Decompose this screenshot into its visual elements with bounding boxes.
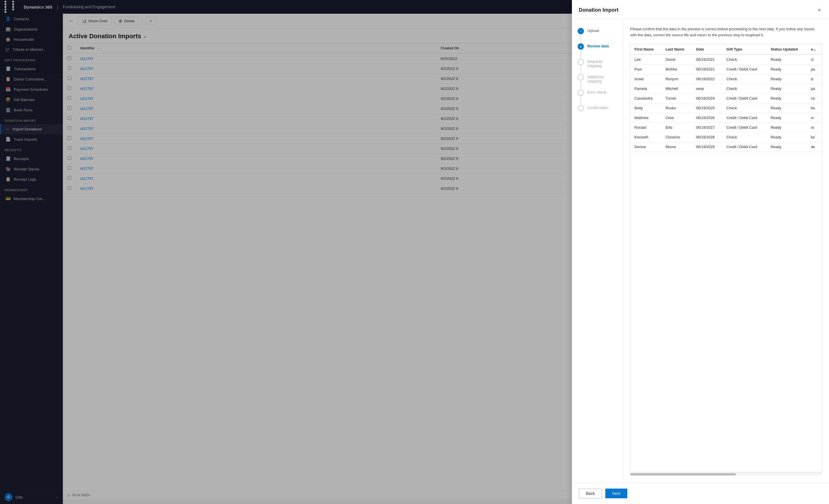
modal-table-row: PamBethke06/19/2021Credit / Debit CardRe…	[630, 64, 822, 74]
modal-col-first-name: First Name	[630, 44, 661, 54]
modal-col-date: Date	[692, 44, 722, 54]
step-circle-additional-mapping[interactable]	[578, 74, 584, 80]
modal-cell: Ronald	[630, 122, 661, 132]
modal-cell: Ready	[767, 142, 807, 152]
modal-cell: weqr	[692, 84, 722, 93]
modal-col-status-updated: Status Updated	[767, 44, 807, 54]
modal-cell: Credit / Debit Card	[722, 64, 767, 74]
modal-col-last-name: Last Name	[661, 44, 692, 54]
modal-cell: Check	[722, 74, 767, 84]
modal-footer: Back Next	[572, 482, 829, 504]
modal-cell: Runyon	[661, 74, 692, 84]
modal-cell: Check	[722, 84, 767, 93]
wizard-step-upload: ✓Upload	[578, 28, 617, 43]
modal-table-row: LeeDome06/19/2021CheckReadycl	[630, 54, 822, 65]
step-label-error-check: Error check	[587, 90, 606, 94]
modal-header: Donation Import ×	[572, 0, 829, 20]
modal-cell: Ready	[767, 54, 807, 65]
next-button-modal[interactable]: Next	[605, 489, 627, 498]
wizard-step-review-data: ●Review data	[578, 43, 617, 59]
modal-cell: Ellis	[661, 122, 692, 132]
wizard-step-required-mapping: Required mapping	[578, 59, 617, 74]
back-button-modal[interactable]: Back	[579, 489, 602, 498]
modal-cell: 06/19/2026	[692, 113, 722, 122]
step-circle-error-check[interactable]	[578, 90, 584, 96]
modal-cell: Check	[722, 132, 767, 142]
modal-cell: Clow	[661, 113, 692, 122]
modal-table-row: DeniseMoore06/19/2029Credit / Debit Card…	[630, 142, 822, 152]
step-circle-upload[interactable]: ✓	[578, 28, 584, 34]
modal-cell: Kenneth	[630, 132, 661, 142]
modal-cell: 06/19/2029	[692, 142, 722, 152]
modal-cell: Check	[722, 103, 767, 113]
modal-title: Donation Import	[579, 7, 618, 13]
modal-cell: Ready	[767, 84, 807, 93]
step-label-review-data: Review data	[587, 43, 609, 48]
wizard-step-confirmation: Confirmation	[578, 105, 617, 111]
step-line	[580, 35, 581, 43]
step-circle-review-data[interactable]: ●	[578, 43, 584, 50]
modal-cell: Matthew	[630, 113, 661, 122]
step-label-confirmation: Confirmation	[587, 105, 609, 110]
wizard-step-error-check: Error check	[578, 90, 617, 105]
scrollbar-thumb[interactable]	[630, 473, 736, 475]
step-label-additional-mapping: Additional mapping	[587, 74, 617, 83]
modal-cell: Ready	[767, 74, 807, 84]
modal-cell: 06/19/2027	[692, 122, 722, 132]
step-line	[580, 50, 581, 58]
modal-cell: Pam	[630, 64, 661, 74]
modal-cell: Moore	[661, 142, 692, 152]
step-label-required-mapping: Required mapping	[587, 59, 617, 68]
modal-cell: 06/19/2028	[692, 132, 722, 142]
modal-cell: cl	[807, 54, 822, 65]
modal-cell: m	[807, 113, 822, 122]
modal-cell: Bethke	[661, 64, 692, 74]
modal-cell: Rusko	[661, 103, 692, 113]
modal-cell: Ready	[767, 93, 807, 103]
preview-data-table-wrapper[interactable]: First NameLast NameDateGift TypeStatus U…	[630, 44, 822, 472]
modal-body: ✓Upload●Review dataRequired mappingAddit…	[572, 20, 829, 482]
modal-cell: 06/19/2022	[692, 74, 722, 84]
modal-cell: Dome	[661, 54, 692, 65]
modal-cell: pa	[807, 84, 822, 93]
modal-table-row: CassandraTurner06/19/2024Credit / Debit …	[630, 93, 822, 103]
modal-table-row: KennethCisneros06/19/2028CheckReadyke	[630, 132, 822, 142]
modal-cell: Ready	[767, 122, 807, 132]
wizard-step-additional-mapping: Additional mapping	[578, 74, 617, 90]
modal-cell: Cassandra	[630, 93, 661, 103]
modal-cell: Ready	[767, 103, 807, 113]
modal-table-row: IsraelRunyon06/19/2022CheckReadyis	[630, 74, 822, 84]
modal-cell: be	[807, 103, 822, 113]
preview-data-table: First NameLast NameDateGift TypeStatus U…	[630, 44, 822, 152]
step-line	[580, 81, 581, 89]
modal-description: Please confirm that the data in the prev…	[630, 26, 822, 38]
modal-overlay: Donation Import × ✓Upload●Review dataReq…	[0, 0, 829, 504]
modal-cell: ro	[807, 122, 822, 132]
modal-cell: ca	[807, 93, 822, 103]
step-circle-required-mapping[interactable]	[578, 59, 584, 65]
modal-table-row: RonaldEllis06/19/2027Credit / Debit Card…	[630, 122, 822, 132]
modal-cell: Lee	[630, 54, 661, 65]
modal-cell: 06/19/2024	[692, 93, 722, 103]
modal-content-area: Please confirm that the data in the prev…	[623, 20, 829, 482]
step-circle-confirmation[interactable]	[578, 105, 584, 111]
modal-close-button[interactable]: ×	[817, 6, 822, 14]
modal-cell: Credit / Debit Card	[722, 93, 767, 103]
modal-cell: 06/19/2025	[692, 103, 722, 113]
modal-cell: de	[807, 142, 822, 152]
step-line	[580, 66, 581, 74]
modal-cell: Turner	[661, 93, 692, 103]
modal-col-gift-type: Gift Type	[722, 44, 767, 54]
modal-cell: Denise	[630, 142, 661, 152]
modal-table-row: MatthewClow06/19/2026Credit / Debit Card…	[630, 113, 822, 122]
horizontal-scrollbar[interactable]	[630, 472, 822, 476]
modal-cell: Israel	[630, 74, 661, 84]
modal-cell: Mitchell	[661, 84, 692, 93]
step-line	[580, 96, 581, 105]
donation-import-modal: Donation Import × ✓Upload●Review dataReq…	[572, 0, 829, 504]
modal-cell: Credit / Debit Card	[722, 142, 767, 152]
modal-cell: Credit / Debit Card	[722, 113, 767, 122]
modal-cell: Ready	[767, 64, 807, 74]
modal-cell: Ready	[767, 132, 807, 142]
modal-cell: Ready	[767, 113, 807, 122]
